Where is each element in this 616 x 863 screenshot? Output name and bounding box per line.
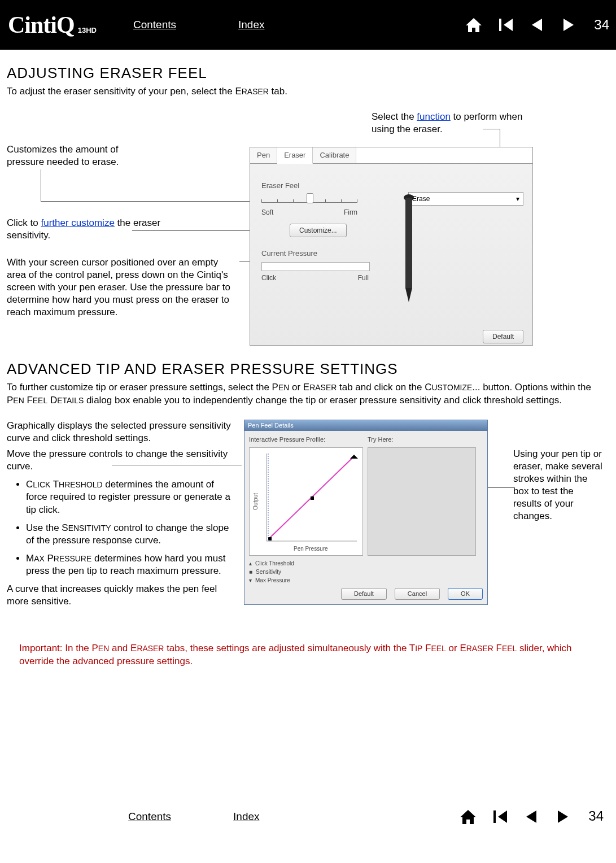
i2m: dialog box enable you to independently c… bbox=[84, 395, 562, 406]
leg-max: Max Pressure bbox=[255, 576, 290, 585]
home-icon[interactable] bbox=[464, 16, 483, 33]
home-icon[interactable] bbox=[458, 808, 478, 825]
i2h: EN bbox=[13, 396, 24, 405]
page-number-bottom: 34 bbox=[588, 807, 604, 825]
pressure-curve-graph[interactable]: Output Pen Pressure bbox=[249, 447, 363, 556]
li1b: LICK bbox=[33, 480, 50, 489]
heading-adjusting-eraser-feel: ADJUSTING ERASER FEEL bbox=[7, 63, 604, 83]
tab-calibrate[interactable]: Calibrate bbox=[313, 147, 356, 163]
note-p1: Graphically displays the selected pressu… bbox=[7, 420, 233, 444]
svg-rect-7 bbox=[311, 496, 314, 500]
panel1-tabs: Pen Eraser Calibrate bbox=[250, 147, 532, 164]
panel2-title: Pen Feel Details bbox=[244, 420, 487, 431]
page-number-top: 34 bbox=[594, 16, 609, 34]
li3a: M bbox=[26, 553, 34, 564]
index-link-bottom[interactable]: Index bbox=[233, 809, 259, 824]
label-click: Click bbox=[261, 273, 276, 282]
i2d: RASER bbox=[309, 383, 337, 392]
legend-maxpressure: ▾Max Pressure bbox=[249, 576, 483, 585]
contents-link-bottom[interactable]: Contents bbox=[128, 809, 171, 824]
pressure-labels: Click Full bbox=[261, 273, 369, 282]
contents-link[interactable]: Contents bbox=[133, 18, 176, 32]
erase-dropdown[interactable]: Erase ▾ bbox=[408, 192, 523, 206]
svg-rect-6 bbox=[268, 537, 272, 541]
axis-output: Output bbox=[252, 492, 259, 509]
right-note: Using your pen tip or eraser, make sever… bbox=[513, 448, 604, 523]
try-here-box[interactable] bbox=[368, 447, 476, 556]
li1a: C bbox=[26, 479, 33, 490]
i2c: or E bbox=[289, 382, 309, 393]
imp-i: or E bbox=[446, 643, 466, 653]
intro1-c: tab. bbox=[269, 86, 287, 97]
i2i: F bbox=[24, 395, 33, 406]
li3b: AX bbox=[34, 554, 45, 563]
imp-c: and E bbox=[109, 643, 137, 653]
imp-k: F bbox=[493, 643, 502, 653]
li1c: T bbox=[50, 479, 59, 490]
panel2-graphs: Output Pen Pressure bbox=[249, 447, 483, 556]
top-bar: CintiQ 13HD Contents Index 34 bbox=[0, 0, 616, 50]
leg-sens: Sensitivity bbox=[256, 568, 281, 576]
important-note: Important: In the PEN and ERASER tabs, t… bbox=[19, 642, 584, 668]
imp-j: RASER bbox=[466, 644, 493, 653]
panel2-labels: Interactive Pressure Profile: Try Here: bbox=[249, 435, 483, 444]
label-full: Full bbox=[358, 273, 369, 282]
next-page-icon[interactable] bbox=[559, 16, 578, 33]
note-p2: Move the pressure controls to change the… bbox=[7, 448, 233, 473]
label-interactive: Interactive Pressure Profile: bbox=[249, 435, 368, 444]
li2b: ENSITIVITY bbox=[68, 524, 111, 533]
pen-graphic bbox=[403, 192, 414, 305]
callout-pressure: Customizes the amount of pressure needed… bbox=[7, 143, 154, 168]
i2a: To further customize tip or eraser press… bbox=[7, 382, 278, 393]
customize-button[interactable]: Customize... bbox=[290, 224, 347, 237]
tab-pen[interactable]: Pen bbox=[250, 147, 277, 163]
tab-eraser[interactable]: Eraser bbox=[277, 147, 313, 164]
callout-customize: Click to further customize the eraser se… bbox=[7, 217, 165, 242]
legend-click: ▴Click Threshold bbox=[249, 559, 483, 568]
intro1-a: To adjust the eraser sensitivity of your… bbox=[7, 86, 242, 97]
panel2-cancel-button[interactable]: Cancel bbox=[395, 588, 440, 600]
link-further-customize[interactable]: further customize bbox=[41, 217, 114, 228]
label-current-pressure: Current Pressure bbox=[261, 249, 523, 259]
co-fn-a: Select the bbox=[372, 111, 417, 122]
panel-pen-feel-details: Pen Feel Details Interactive Pressure Pr… bbox=[244, 420, 488, 605]
eraser-feel-slider[interactable] bbox=[261, 194, 357, 206]
imp-b: EN bbox=[98, 644, 109, 653]
default-button[interactable]: Default bbox=[483, 330, 523, 343]
co-cu-a: Click to bbox=[7, 217, 41, 228]
panel2-ok-button[interactable]: OK bbox=[448, 588, 483, 600]
note-li2: Use the SENSITIVITY control to change th… bbox=[26, 522, 233, 547]
leader-note bbox=[112, 465, 242, 465]
imp-a: Important: In the P bbox=[19, 643, 98, 653]
leg-click: Click Threshold bbox=[255, 559, 294, 568]
bottom-nav-links: Contents Index bbox=[128, 809, 260, 824]
panel2-buttons: Default Cancel OK bbox=[249, 588, 483, 600]
i2b: EN bbox=[278, 383, 289, 392]
bottom-bar: Contents Index 34 bbox=[0, 804, 616, 835]
slider-thumb[interactable] bbox=[307, 193, 313, 203]
intro-text-1: To adjust the eraser sensitivity of your… bbox=[7, 85, 604, 98]
li1d: HRESHOLD bbox=[59, 480, 102, 489]
prev-page-icon[interactable] bbox=[522, 808, 541, 825]
callout-cursor: With your screen cursor positioned over … bbox=[7, 256, 238, 319]
first-page-icon[interactable] bbox=[496, 16, 515, 33]
label-eraser-feel: Eraser Feel bbox=[261, 181, 523, 191]
imp-f: IP bbox=[415, 644, 422, 653]
index-link[interactable]: Index bbox=[238, 18, 264, 32]
top-nav-icons: 34 bbox=[464, 16, 609, 34]
imp-e: tabs, these settings are adjusted simult… bbox=[164, 643, 415, 653]
brand-sub: 13HD bbox=[78, 25, 97, 36]
legend-sensitivity: ■Sensitivity bbox=[249, 568, 483, 576]
panel2-default-button[interactable]: Default bbox=[341, 588, 387, 600]
panel2-legend: ▴Click Threshold ■Sensitivity ▾Max Press… bbox=[249, 559, 483, 585]
prev-page-icon[interactable] bbox=[527, 16, 547, 33]
brand-logo: CintiQ 13HD bbox=[0, 9, 97, 41]
first-page-icon[interactable] bbox=[490, 808, 509, 825]
slider-labels: Soft Firm bbox=[261, 208, 357, 217]
next-page-icon[interactable] bbox=[553, 808, 573, 825]
label-soft: Soft bbox=[261, 208, 273, 217]
axis-penpressure: Pen Pressure bbox=[294, 546, 328, 552]
imp-d: RASER bbox=[137, 644, 164, 653]
i2k: D bbox=[47, 395, 57, 406]
link-function[interactable]: function bbox=[417, 111, 451, 122]
